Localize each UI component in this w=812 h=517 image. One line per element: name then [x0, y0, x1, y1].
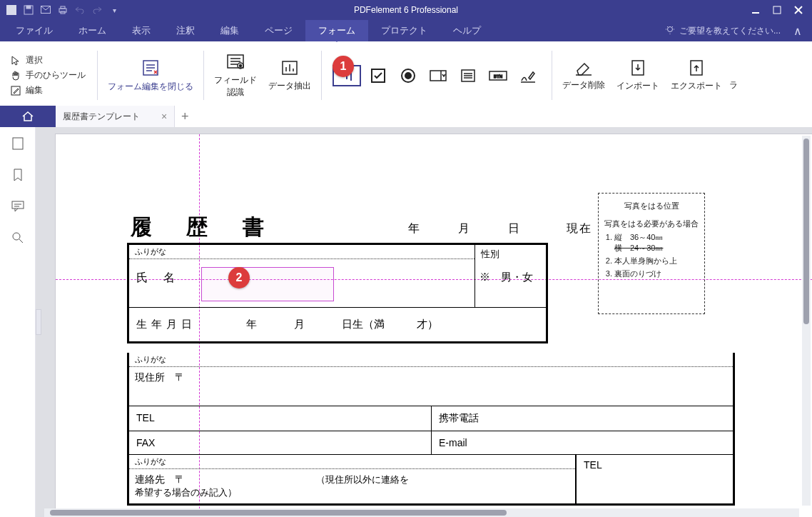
svg-rect-0 [6, 5, 16, 15]
new-tab-button[interactable]: + [175, 109, 195, 124]
birth-row: 生年月日 年 月 日生（満 才） [129, 307, 546, 341]
menu-edit[interactable]: 編集 [208, 20, 252, 41]
close-window-button[interactable] [789, 3, 808, 17]
tellme-text[interactable]: ご要望を教えてください... [679, 25, 781, 37]
home-tab[interactable] [0, 106, 56, 127]
listbox-tool-icon[interactable] [455, 63, 481, 89]
document-canvas[interactable]: 履 歴 書 年月日 現在 写真をはる位置 写真をはる必要がある場合 縦 36～4… [36, 127, 812, 517]
tool-select-label: 選択 [26, 54, 43, 66]
tool-select[interactable]: 選択 [7, 53, 88, 68]
tool-hand[interactable]: 手のひらツール [7, 68, 88, 83]
menu-home[interactable]: ホーム [66, 20, 119, 41]
email-label: E-mail [431, 431, 733, 454]
photo-placement-box: 写真をはる位置 写真をはる必要がある場合 縦 36～40㎜横 24～30㎜ 本人… [598, 193, 705, 314]
address-block: ふりがな 現住所 〒 TEL 携帯電話 FAX E-mail ふりがな 連絡先 … [127, 353, 735, 506]
svg-point-21 [405, 73, 411, 79]
data-extract-label: データ抽出 [268, 80, 311, 92]
ribbon: 選択 手のひらツール 編集 フォーム編集を閉じる フィールド 認識 データ抽出 [0, 41, 812, 106]
tool-edit[interactable]: 編集 [7, 83, 88, 98]
tabstrip: 履歴書テンプレート × + [0, 106, 812, 127]
annotation-marker-1: 1 [333, 56, 354, 77]
signature-tool-icon[interactable] [515, 63, 541, 89]
export-label: エクスポート [671, 80, 722, 92]
field-recognize-label: フィールド 認識 [214, 74, 257, 99]
horizontal-scrollbar[interactable] [44, 508, 799, 517]
svg-rect-2 [26, 6, 31, 9]
tool-edit-label: 編集 [26, 84, 43, 96]
menu-page[interactable]: ページ [252, 20, 305, 41]
form-name-block: ふりがな 氏名 性別 ※ 男・女 生年月日 年 月 日生（満 才） [127, 243, 548, 343]
tellme-icon [665, 25, 675, 37]
maximize-button[interactable] [768, 3, 786, 17]
tel-label: TEL [129, 406, 431, 431]
svg-point-11 [667, 26, 672, 31]
print-icon[interactable] [57, 4, 68, 16]
gender-cell: 性別 ※ 男・女 [474, 245, 546, 307]
menu-comment[interactable]: 注釈 [163, 20, 208, 41]
active-form-field[interactable] [201, 267, 334, 301]
menu-protect[interactable]: プロテクト [368, 20, 440, 41]
contact-tel-label: TEL [576, 455, 733, 503]
doc-date-row: 年月日 現在 [390, 221, 611, 236]
export-button[interactable]: エクスポート [665, 45, 728, 106]
menubar: ファイル ホーム 表示 注釈 編集 ページ フォーム プロテクト ヘルプ ご要望… [0, 20, 812, 41]
document-tab-label: 履歴書テンプレート [63, 111, 140, 123]
svg-line-39 [19, 239, 23, 243]
current-address-label: 現住所 〒 [129, 367, 733, 406]
comments-icon[interactable] [10, 199, 26, 214]
svg-rect-35 [12, 201, 24, 209]
collapse-ribbon-icon[interactable]: ∧ [786, 24, 809, 38]
menu-view[interactable]: 表示 [119, 20, 163, 41]
search-icon[interactable] [10, 230, 26, 246]
checkbox-tool-icon[interactable] [365, 63, 391, 89]
data-delete-button[interactable]: データ削除 [557, 45, 611, 106]
svg-point-16 [240, 64, 242, 66]
contact-address-label: 連絡先 〒 [135, 473, 185, 485]
radio-tool-icon[interactable] [395, 63, 421, 89]
mobile-label: 携帯電話 [431, 406, 733, 431]
import-button[interactable]: インポート [611, 45, 665, 106]
bookmarks-icon[interactable] [10, 167, 26, 183]
svg-text:BTN: BTN [494, 74, 502, 79]
data-extract-button[interactable]: データ抽出 [263, 45, 317, 106]
svg-rect-5 [61, 6, 65, 9]
svg-point-38 [13, 233, 20, 240]
panel-handle-left[interactable] [36, 309, 41, 335]
save-icon[interactable] [23, 4, 34, 16]
svg-rect-34 [13, 138, 23, 149]
side-panel [0, 127, 36, 517]
quickaccess-dropdown-icon[interactable]: ▾ [108, 4, 120, 16]
field-recognize-button[interactable]: フィールド 認識 [208, 45, 263, 106]
redo-icon[interactable] [91, 4, 103, 16]
close-tab-icon[interactable]: × [161, 111, 167, 122]
import-label: インポート [616, 80, 659, 92]
close-form-edit-label: フォーム編集を閉じる [108, 81, 193, 93]
page: 履 歴 書 年月日 現在 写真をはる位置 写真をはる必要がある場合 縦 36～4… [56, 134, 812, 517]
minimize-button[interactable] [746, 3, 765, 17]
more-label: ラ [729, 79, 738, 91]
document-tab[interactable]: 履歴書テンプレート × [56, 106, 175, 127]
mail-icon[interactable] [40, 4, 51, 16]
close-form-edit-button[interactable]: フォーム編集を閉じる [102, 45, 199, 106]
button-tool-icon[interactable]: BTN [485, 63, 511, 89]
menu-file[interactable]: ファイル [3, 20, 66, 41]
fax-label: FAX [129, 431, 431, 454]
doc-title: 履 歴 書 [131, 213, 278, 242]
data-delete-label: データ削除 [562, 79, 605, 91]
menu-help[interactable]: ヘルプ [440, 20, 494, 41]
app-logo-icon [6, 4, 17, 16]
menu-form[interactable]: フォーム [305, 20, 368, 41]
svg-rect-8 [773, 6, 781, 14]
combobox-tool-icon[interactable] [425, 63, 451, 89]
undo-icon[interactable] [74, 4, 86, 16]
app-title: PDFelement 6 Professional [0, 5, 812, 15]
tool-hand-label: 手のひらツール [26, 69, 86, 81]
vertical-scrollbar[interactable] [802, 136, 811, 506]
titlebar: ▾ PDFelement 6 Professional [0, 0, 812, 20]
annotation-marker-2: 2 [228, 267, 250, 288]
thumbnails-icon[interactable] [10, 136, 26, 151]
more-button[interactable]: ラ [728, 45, 744, 106]
furigana-label: ふりがな [129, 245, 474, 259]
